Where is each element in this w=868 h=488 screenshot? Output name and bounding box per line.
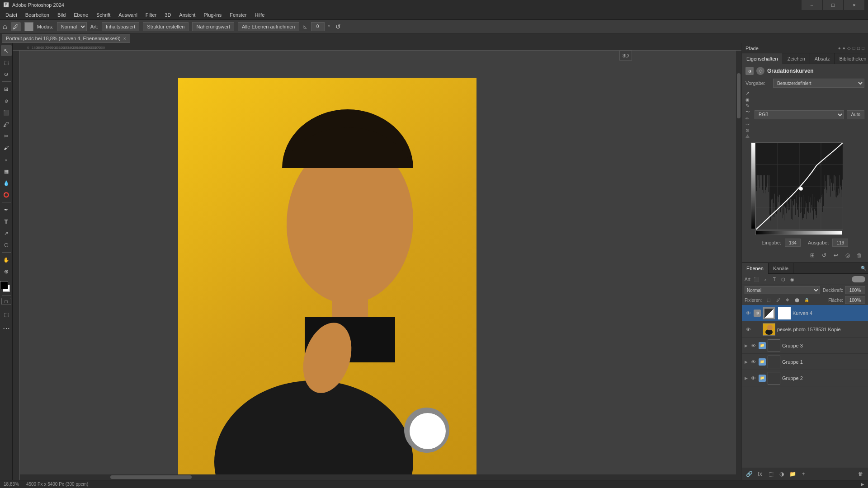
trash-btn[interactable]: 🗑 (854, 250, 864, 260)
threed-button[interactable]: 3D (619, 51, 632, 61)
foreground-color[interactable] (0, 281, 8, 289)
lock-position-btn[interactable]: ✥ (783, 296, 792, 304)
tab-bibliotheken[interactable]: Bibliotheken (835, 53, 868, 64)
lock-transparent-btn[interactable]: ⬚ (764, 296, 773, 304)
clip-mask-btn[interactable]: ⊞ (807, 250, 817, 260)
zoom-tool[interactable]: ⊕ (1, 266, 12, 277)
curves-icon-anchor[interactable]: ◉ (745, 97, 750, 102)
layer-visibility-photo[interactable]: 👁 (745, 326, 752, 333)
tab-close[interactable]: × (123, 36, 126, 41)
menu-bild[interactable]: Bild (54, 11, 69, 19)
delete-btn[interactable]: ↩ (831, 250, 841, 260)
blur-tool[interactable]: 💧 (1, 178, 12, 188)
layer-arrow-gruppe1[interactable]: ▶ (745, 360, 748, 364)
document-tab[interactable]: Portrait.psdc bei 18,8% (Kurven 4, Ebene… (2, 34, 130, 43)
color-swatch[interactable] (24, 22, 33, 31)
add-mask-btn[interactable]: ⬚ (766, 469, 775, 479)
hand-tool[interactable]: ✋ (1, 254, 12, 265)
screen-mode-btn[interactable]: ⬚ (1, 309, 12, 320)
curves-icon-pointer[interactable]: ↗ (745, 90, 750, 96)
content-aware-button[interactable]: Inhaltsbasiert (102, 22, 139, 31)
menu-bearbeiten[interactable]: Bearbeiten (22, 11, 53, 19)
panel-icon-5[interactable]: □ (857, 46, 860, 51)
panel-icon-3[interactable]: ◇ (847, 46, 851, 51)
lock-all-btn[interactable]: 🔒 (802, 296, 811, 304)
preset-select[interactable]: Benutzerdefiniert (773, 79, 864, 88)
menu-filter[interactable]: Filter (142, 11, 160, 19)
tab-ebenen[interactable]: Ebenen (742, 263, 769, 274)
menu-fenster[interactable]: Fenster (226, 11, 250, 19)
canvas-image-wrapper[interactable]: 3D (20, 51, 741, 480)
channel-select[interactable]: RGB (755, 110, 844, 119)
menu-ebene[interactable]: Ebene (70, 11, 92, 19)
shape-tool[interactable]: ⬡ (1, 239, 12, 250)
mode-select[interactable]: Normal (745, 286, 820, 294)
new-layer-btn[interactable]: + (799, 469, 808, 479)
mode-select[interactable]: Normal (57, 22, 87, 31)
angle-input[interactable] (311, 22, 325, 31)
filter-toggle[interactable] (852, 276, 865, 282)
input-value[interactable] (785, 239, 801, 247)
brush-icon[interactable]: 🖊 (11, 22, 21, 31)
tab-absatz[interactable]: Absatz (810, 53, 835, 64)
filter-shape[interactable]: ⬡ (779, 275, 788, 283)
filter-pixel[interactable]: ⬛ (752, 275, 760, 283)
lock-paint-btn[interactable]: 🖊 (774, 296, 782, 304)
menu-auswahl[interactable]: Auswahl (115, 11, 141, 19)
search-icon[interactable]: 🔍 (861, 266, 866, 271)
maximize-button[interactable]: □ (823, 0, 843, 10)
menu-ansicht[interactable]: Ansicht (175, 11, 199, 19)
canvas-scrollbar-h[interactable] (20, 474, 741, 480)
restore-icon[interactable]: ↺ (335, 23, 341, 30)
tab-kanaele[interactable]: Kanäle (769, 263, 793, 274)
layer-visibility-gruppe1[interactable]: 👁 (750, 358, 757, 366)
layer-arrow-gruppe2[interactable]: ▶ (745, 376, 748, 380)
layer-visibility-kurven4[interactable]: 👁 (745, 310, 752, 317)
curves-icon-wave[interactable]: 〰 (745, 122, 750, 127)
opacity-input[interactable] (845, 286, 865, 294)
approximation-button[interactable]: Näherungswert (192, 22, 234, 31)
brush-tool[interactable]: 🖊 (1, 119, 12, 130)
layer-item-kurven4[interactable]: 👁 ◑ Kurven 4 (742, 305, 868, 321)
title-bar-controls[interactable]: − □ × (802, 0, 864, 10)
output-value[interactable] (832, 239, 848, 247)
canvas-scrollbar-v[interactable] (736, 51, 741, 474)
visibility-btn[interactable]: ◎ (843, 250, 853, 260)
curves-canvas[interactable] (755, 142, 843, 230)
layer-visibility-gruppe3[interactable]: 👁 (750, 342, 757, 349)
scrollbar-thumb-v[interactable] (737, 73, 741, 118)
menu-3d[interactable]: 3D (161, 11, 175, 19)
path-selection-tool[interactable]: ↗ (1, 228, 12, 239)
layer-item-gruppe3[interactable]: ▶ 👁 📁 Gruppe 3 (742, 338, 868, 354)
link-layers-btn[interactable]: 🔗 (745, 469, 754, 479)
eraser-tool[interactable]: ⬦ (1, 154, 12, 165)
crop-tool[interactable]: ⊞ (1, 84, 12, 94)
extra-tools-btn[interactable]: ⋯ (1, 323, 12, 333)
clone-tool[interactable]: ✂ (1, 131, 12, 141)
structure-button[interactable]: Struktur erstellen (143, 22, 189, 31)
delete-layer-btn[interactable]: 🗑 (856, 469, 865, 479)
auto-button[interactable]: Auto (847, 110, 864, 119)
menu-hilfe[interactable]: Hilfe (251, 11, 268, 19)
menu-schrift[interactable]: Schrift (93, 11, 114, 19)
panel-icon-6[interactable]: □ (862, 46, 864, 51)
curves-icon-pencil[interactable]: ✎ (745, 103, 750, 108)
menu-plugins[interactable]: Plug-ins (200, 11, 225, 19)
scrollbar-thumb-h[interactable] (110, 475, 192, 479)
panel-icon-1[interactable]: ● (838, 46, 841, 51)
filter-adjustment[interactable]: ⬦ (761, 275, 769, 283)
text-tool[interactable]: T (1, 216, 12, 227)
selection-tool[interactable]: ⬚ (1, 57, 12, 68)
layer-item-gruppe1[interactable]: ▶ 👁 📁 Gruppe 1 (742, 354, 868, 370)
pen-tool[interactable]: ✒ (1, 204, 12, 215)
fill-input[interactable] (845, 296, 865, 304)
menu-datei[interactable]: Datei (2, 11, 21, 19)
minimize-button[interactable]: − (802, 0, 822, 10)
tab-zeichen[interactable]: Zeichen (783, 53, 810, 64)
layer-item-photo[interactable]: 👁 pexels-photo-1578531 Kopie (742, 321, 868, 338)
curves-icon-circle[interactable]: ⊙ (745, 128, 750, 133)
gradient-tool[interactable]: ▦ (1, 166, 12, 177)
add-style-btn[interactable]: fx (755, 469, 764, 479)
eyedropper-tool[interactable]: ⊘ (1, 95, 12, 106)
curves-icon-smooth[interactable]: 〜 (745, 109, 750, 115)
